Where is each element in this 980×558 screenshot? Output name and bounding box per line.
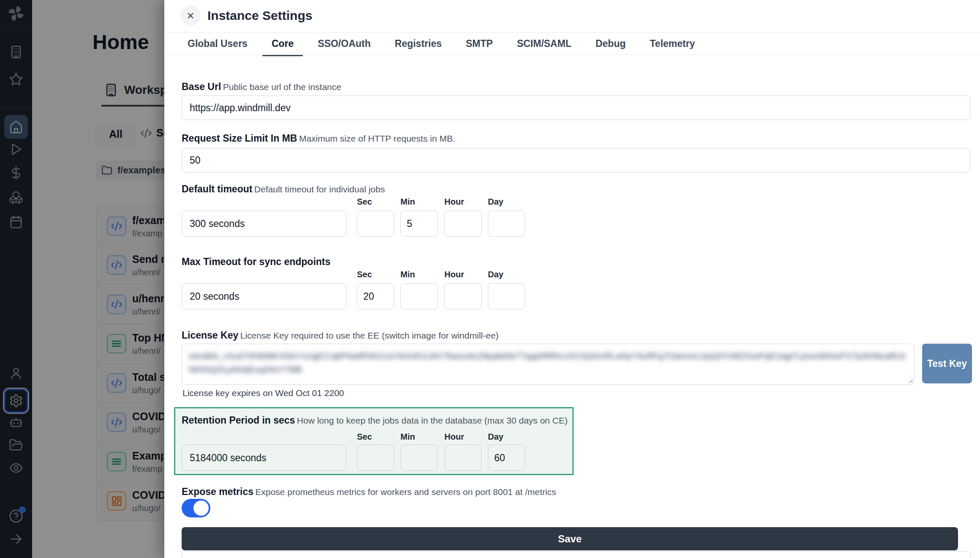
retention-sec-input[interactable]: [357, 445, 394, 471]
base-url-description: Public base url of the instance: [223, 82, 341, 92]
max-timeout-input[interactable]: [182, 283, 346, 309]
settings-tabs: Global Users Core SSO/OAuth Registries S…: [188, 38, 695, 55]
license-label: License Key: [182, 330, 238, 341]
default-timeout-hour-input[interactable]: [444, 211, 482, 237]
request-size-description: Maximum size of HTTP requests in MB.: [299, 134, 455, 143]
resize-handle[interactable]: [907, 377, 913, 383]
tab-sso-oauth[interactable]: SSO/OAuth: [318, 38, 370, 55]
base-url-label: Base Url: [182, 81, 221, 92]
unit-label-day: Day: [488, 270, 504, 279]
unit-label-hour: Hour: [444, 270, 464, 279]
close-button[interactable]: ×: [180, 5, 201, 26]
unit-label-sec: Sec: [357, 197, 372, 207]
retention-description: How long to keep the jobs data in the da…: [297, 416, 568, 425]
expose-metrics-toggle[interactable]: [182, 499, 210, 517]
default-timeout-description: Default timeout for individual jobs: [254, 184, 385, 194]
close-icon: ×: [187, 8, 194, 23]
tab-core[interactable]: Core: [272, 38, 294, 55]
drawer-title: Instance Settings: [207, 8, 312, 23]
default-timeout-label-row: Default timeout Default timeout for indi…: [182, 183, 385, 195]
unit-label-day: Day: [488, 197, 504, 207]
tab-debug[interactable]: Debug: [596, 38, 626, 55]
default-timeout-input[interactable]: [182, 211, 346, 237]
default-timeout-label: Default timeout: [182, 183, 252, 194]
unit-label-sec: Sec: [357, 432, 372, 442]
expose-metrics-description: Expose prometheus metrics for workers an…: [255, 487, 556, 497]
retention-hour-input[interactable]: [444, 445, 482, 471]
app-canvas: Home Workspa All Sc f/examples_e f/exam …: [0, 0, 980, 558]
retention-day-input[interactable]: [488, 445, 525, 471]
max-timeout-min-input[interactable]: [400, 283, 438, 309]
tab-global-users[interactable]: Global Users: [188, 38, 248, 55]
retention-min-input[interactable]: [400, 445, 438, 471]
max-timeout-day-input[interactable]: [488, 283, 525, 309]
default-timeout-day-input[interactable]: [488, 211, 525, 237]
retention-label: Retention Period in secs: [182, 415, 295, 426]
instance-settings-drawer: × Instance Settings Global Users Core SS…: [164, 0, 980, 558]
license-key-blurred-value: wimdkA_vXud72K908iKXlSeYzUgECrqkP6adRSKi…: [189, 349, 907, 376]
license-expiry-note: License key expires on Wed Oct 01 2200: [182, 388, 344, 398]
tab-scim-saml[interactable]: SCIM/SAML: [517, 38, 572, 55]
base-url-input[interactable]: [182, 96, 970, 120]
unit-label-min: Min: [400, 432, 415, 442]
expose-metrics-label: Expose metrics: [182, 486, 253, 497]
max-timeout-label-row: Max Timeout for sync endpoints: [182, 256, 330, 268]
header-divider: [164, 32, 980, 33]
max-timeout-sec-input[interactable]: [357, 283, 394, 309]
max-timeout-hour-input[interactable]: [444, 283, 482, 309]
tabs-divider: [164, 55, 980, 55]
default-timeout-min-input[interactable]: [400, 211, 438, 237]
request-size-input[interactable]: [182, 148, 970, 172]
expose-metrics-label-row: Expose metrics Expose prometheus metrics…: [182, 486, 556, 498]
save-button[interactable]: Save: [182, 527, 958, 550]
base-url-label-row: Base Url Public base url of the instance: [182, 81, 341, 93]
unit-label-sec: Sec: [357, 270, 372, 279]
tab-registries[interactable]: Registries: [395, 38, 442, 55]
license-label-row: License Key License Key required to use …: [182, 330, 498, 341]
tab-smtp[interactable]: SMTP: [466, 38, 493, 55]
unit-label-min: Min: [400, 270, 415, 279]
request-size-label-row: Request Size Limit In MB Maximum size of…: [182, 133, 455, 144]
retention-label-row: Retention Period in secs How long to kee…: [182, 415, 568, 426]
unit-label-day: Day: [488, 432, 504, 442]
max-timeout-label: Max Timeout for sync endpoints: [182, 256, 330, 267]
unit-label-hour: Hour: [444, 432, 464, 442]
unit-label-min: Min: [400, 197, 415, 207]
tab-telemetry[interactable]: Telemetry: [650, 38, 695, 55]
retention-input[interactable]: [182, 445, 346, 471]
license-key-textarea[interactable]: wimdkA_vXud72K908iKXlSeYzUgECrqkP6adRSKi…: [182, 344, 915, 385]
next-section-partial: [182, 551, 971, 558]
request-size-label: Request Size Limit In MB: [182, 133, 297, 144]
unit-label-hour: Hour: [444, 197, 464, 207]
test-key-button[interactable]: Test Key: [922, 344, 972, 383]
default-timeout-sec-input[interactable]: [357, 211, 394, 237]
toggle-knob: [193, 501, 209, 516]
license-description: License Key required to use the EE (swit…: [240, 331, 499, 340]
